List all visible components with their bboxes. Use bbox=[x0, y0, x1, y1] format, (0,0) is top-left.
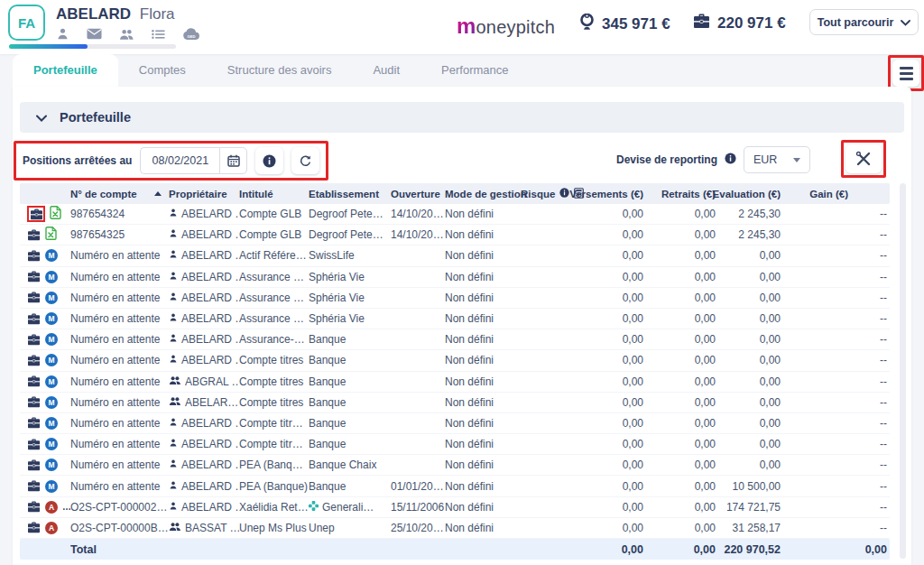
manual-badge[interactable]: M bbox=[45, 458, 58, 471]
avatar[interactable]: FA bbox=[8, 5, 45, 41]
table-row[interactable]: M A … Numéro en attente ABELARD … Compte… bbox=[20, 350, 890, 371]
briefcase-icon[interactable] bbox=[27, 250, 41, 262]
owner-name: ABELARD … bbox=[181, 312, 239, 325]
aggregated-badge[interactable]: A bbox=[45, 522, 58, 534]
ged-cloud-icon[interactable]: GED bbox=[182, 28, 200, 41]
management-mode: Non défini bbox=[445, 501, 521, 514]
table-row[interactable]: M A … Numéro en attente ABELARD … Assura… bbox=[20, 288, 890, 309]
mail-icon[interactable] bbox=[87, 28, 102, 40]
tools-button[interactable] bbox=[845, 144, 882, 173]
briefcase-icon[interactable] bbox=[27, 439, 41, 450]
manual-badge[interactable]: M bbox=[45, 396, 58, 409]
withdrawals-value: 0,00 bbox=[643, 292, 716, 304]
family-icon[interactable] bbox=[119, 28, 134, 41]
table-row[interactable]: M A … Numéro en attente ABELARD … PEA (B… bbox=[20, 476, 890, 496]
briefcase-icon[interactable] bbox=[27, 206, 45, 222]
col-mode-gestion[interactable]: Mode de gestion bbox=[445, 189, 521, 199]
manual-badge[interactable]: M bbox=[45, 375, 58, 388]
table-row[interactable]: M A … 987654324 ABELARD … Compte GLB Deg… bbox=[20, 204, 890, 225]
table-row[interactable]: M A … Numéro en attente ABELARD … Assura… bbox=[20, 329, 890, 350]
management-mode: Non défini bbox=[445, 396, 521, 409]
manual-badge[interactable]: M bbox=[45, 312, 58, 325]
currency-select[interactable]: EUR bbox=[744, 146, 810, 173]
info-icon[interactable] bbox=[559, 188, 569, 199]
table-row[interactable]: M A … O2S-CPT-0000026D ABELARD … Xaélidi… bbox=[20, 497, 890, 518]
manual-badge[interactable]: M bbox=[45, 417, 58, 430]
briefcase-icon[interactable] bbox=[27, 229, 41, 241]
single-owner-icon bbox=[169, 312, 178, 325]
briefcase-icon[interactable] bbox=[27, 271, 41, 282]
manual-badge[interactable]: M bbox=[45, 271, 58, 283]
browse-all-button[interactable]: Tout parcourir bbox=[809, 9, 919, 35]
list-icon[interactable] bbox=[152, 29, 165, 40]
briefcase-icon[interactable] bbox=[27, 501, 41, 513]
briefcase-icon[interactable] bbox=[27, 313, 41, 325]
management-mode: Non défini bbox=[445, 417, 521, 430]
table-row[interactable]: M A … Numéro en attente ABELARD … Compte… bbox=[20, 434, 890, 455]
deposits-value: 0,00 bbox=[578, 228, 643, 241]
calendar-button[interactable] bbox=[219, 147, 247, 174]
tab-structure-des-avoirs[interactable]: Structure des avoirs bbox=[207, 54, 353, 87]
institution-name: SwissLife bbox=[309, 249, 355, 262]
col-retraits[interactable]: Retraits (€) bbox=[643, 189, 716, 199]
aggregated-badge[interactable]: A bbox=[45, 501, 58, 514]
briefcase-icon[interactable] bbox=[27, 355, 41, 366]
briefcase-icon[interactable] bbox=[27, 292, 41, 303]
col-account[interactable]: N° de compte bbox=[70, 189, 169, 199]
manual-badge[interactable]: M bbox=[45, 354, 58, 366]
col-owner[interactable]: Propriétaire bbox=[169, 189, 239, 199]
single-owner-icon bbox=[169, 417, 178, 430]
briefcase-icon[interactable] bbox=[27, 459, 41, 471]
col-ouverture[interactable]: Ouverture bbox=[391, 189, 445, 199]
briefcase-icon[interactable] bbox=[27, 334, 41, 346]
table-row[interactable]: M A … Numéro en attente ABELARD … Assura… bbox=[20, 309, 890, 329]
hamburger-menu-button[interactable] bbox=[892, 60, 919, 87]
col-gain[interactable]: Gain (€) bbox=[781, 189, 890, 199]
briefcase-icon[interactable] bbox=[27, 480, 41, 492]
tab-performance[interactable]: Performance bbox=[420, 54, 529, 87]
manual-badge[interactable]: M bbox=[45, 249, 58, 262]
excel-file-icon[interactable] bbox=[50, 206, 61, 222]
briefcase-icon[interactable] bbox=[27, 375, 41, 387]
total-label: Total bbox=[70, 543, 169, 556]
manual-badge[interactable]: M bbox=[45, 480, 58, 493]
table-row[interactable]: M A … Numéro en attente ABGRAL … Compte … bbox=[20, 372, 890, 393]
section-header-portefeuille[interactable]: Portefeuille bbox=[20, 102, 904, 133]
table-row[interactable]: M A … Numéro en attente ABELARD … PEA (B… bbox=[20, 455, 890, 476]
excel-file-icon[interactable] bbox=[45, 227, 57, 243]
withdrawals-value: 0,00 bbox=[643, 333, 716, 346]
table-row[interactable]: M A … Numéro en attente ABELARD … Assura… bbox=[20, 267, 890, 288]
tab-portefeuille[interactable]: Portefeuille bbox=[13, 54, 118, 87]
refresh-button[interactable] bbox=[291, 147, 319, 174]
owner-name: ABELARD … bbox=[181, 292, 239, 304]
institution-name: Banque bbox=[309, 333, 346, 346]
total-versements: 0,00 bbox=[578, 543, 643, 556]
info-icon[interactable] bbox=[725, 152, 736, 168]
briefcase-icon[interactable] bbox=[27, 417, 41, 429]
table-row[interactable]: M A … 987654325 ABELARD … Compte GLB Deg… bbox=[20, 225, 890, 245]
table-row[interactable]: M A … Numéro en attente ABELAR… Compte t… bbox=[20, 393, 890, 413]
info-button[interactable] bbox=[255, 147, 283, 174]
table-row[interactable]: M A … O2S-CPT-00000B3D BASSAT … Unep Ms … bbox=[20, 518, 890, 539]
briefcase-icon[interactable] bbox=[27, 522, 41, 533]
table-row[interactable]: M A … Numéro en attente ABELARD … Actif … bbox=[20, 245, 890, 266]
positions-date-input[interactable] bbox=[140, 147, 219, 174]
tab-audit[interactable]: Audit bbox=[352, 54, 420, 87]
col-evaluation[interactable]: Evaluation (€) bbox=[716, 189, 781, 199]
tab-comptes[interactable]: Comptes bbox=[118, 54, 207, 87]
valuation-value: 0,00 bbox=[716, 396, 781, 409]
moneypitch-logo: moneypitch bbox=[457, 14, 555, 39]
manual-badge[interactable]: M bbox=[45, 292, 58, 304]
table-row[interactable]: M A … Numéro en attente ABELARD … Compte… bbox=[20, 413, 890, 434]
col-versements[interactable]: Versements (€) bbox=[578, 189, 643, 199]
deposits-value: 0,00 bbox=[578, 312, 643, 325]
briefcase-icon[interactable] bbox=[27, 396, 41, 408]
person-icon[interactable] bbox=[56, 27, 69, 41]
account-number: 987654325 bbox=[70, 228, 169, 241]
manual-badge[interactable]: M bbox=[45, 333, 58, 346]
gain-value: -- bbox=[781, 354, 890, 366]
col-etablissement[interactable]: Etablissement bbox=[309, 189, 391, 199]
manual-badge[interactable]: M bbox=[45, 438, 58, 450]
col-intitule[interactable]: Intitulé bbox=[239, 189, 309, 199]
table-scrollbar[interactable] bbox=[900, 183, 906, 559]
